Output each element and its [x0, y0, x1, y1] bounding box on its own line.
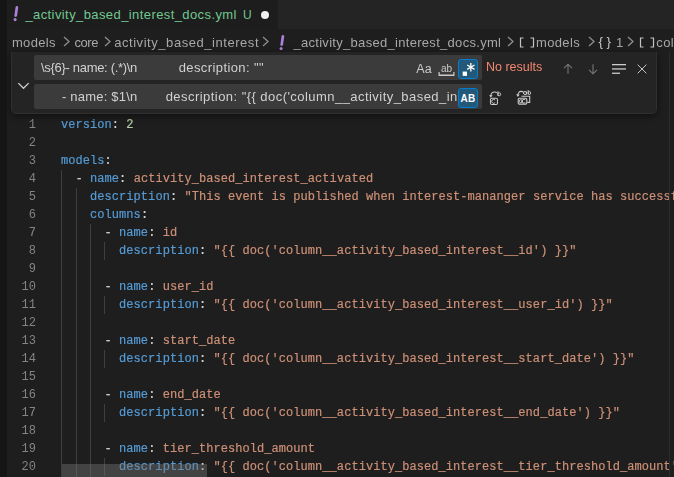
svg-text:ab: ab: [441, 63, 453, 74]
